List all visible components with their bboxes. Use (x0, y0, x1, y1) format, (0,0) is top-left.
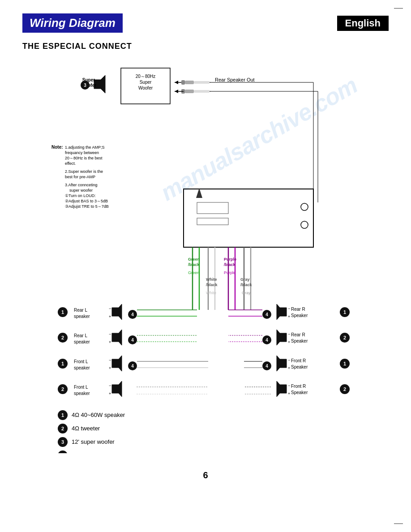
svg-text:2.Super woofer is the: 2.Super woofer is the (65, 169, 103, 174)
svg-text:2: 2 (343, 335, 346, 340)
svg-text:frequancy between: frequancy between (65, 150, 99, 155)
svg-text:+: + (288, 391, 290, 396)
svg-text:−: − (109, 358, 111, 362)
svg-text:②Adjust BAS to 3～5dB: ②Adjust BAS to 3～5dB (65, 199, 108, 203)
svg-text:12'  super woofer: 12' super woofer (72, 438, 115, 445)
svg-text:1: 1 (61, 309, 64, 315)
svg-text:Match for tweeter: Match for tweeter (72, 452, 117, 453)
svg-point-42 (301, 221, 308, 228)
svg-text:Speaker: Speaker (291, 390, 308, 395)
svg-text:Rear  R: Rear R (291, 332, 305, 337)
header-row: Wiring Diagram English (22, 13, 389, 33)
svg-text:20～80Hz: 20～80Hz (136, 74, 155, 79)
svg-text:3: 3 (84, 83, 86, 88)
svg-text:Front  R: Front R (291, 358, 306, 363)
svg-text:4: 4 (265, 338, 268, 343)
svg-text:/black: /black (240, 283, 253, 287)
svg-text:4Ω   tweeter: 4Ω tweeter (72, 425, 100, 432)
svg-text:1: 1 (61, 361, 64, 366)
svg-text:White: White (206, 291, 216, 295)
svg-text:Speaker: Speaker (291, 339, 308, 343)
svg-text:/black: /black (206, 283, 218, 287)
svg-text:4: 4 (265, 364, 268, 369)
svg-text:−: − (109, 306, 111, 311)
svg-text:Green: Green (188, 257, 200, 262)
svg-text:−: − (109, 332, 111, 336)
svg-text:+: + (288, 314, 290, 319)
svg-text:+: + (109, 366, 111, 370)
svg-text:Purple: Purple (224, 257, 236, 262)
svg-text:①Turn on LOUD:: ①Turn on LOUD: (65, 193, 96, 198)
svg-rect-13 (185, 81, 194, 84)
svg-text:speaker: speaker (74, 339, 90, 344)
svg-text:Speaker: Speaker (291, 313, 308, 318)
title-badge: Wiring Diagram (22, 13, 123, 33)
svg-text:+: + (288, 340, 290, 344)
svg-text:Super: Super (140, 80, 152, 85)
svg-text:3.After connceting: 3.After connceting (65, 183, 98, 187)
svg-text:−: − (109, 383, 111, 388)
svg-text:4: 4 (131, 338, 134, 343)
svg-text:Gray: Gray (240, 277, 250, 282)
svg-text:20～80Hz is the best: 20～80Hz is the best (65, 156, 103, 160)
svg-text:speaker: speaker (74, 391, 90, 396)
svg-marker-43 (196, 188, 202, 198)
english-badge: English (337, 16, 389, 31)
svg-text:+: + (109, 340, 111, 344)
svg-text:super woofer: super woofer (69, 188, 93, 193)
svg-text:2: 2 (61, 386, 64, 392)
svg-text:Front L: Front L (74, 385, 88, 390)
svg-text:2: 2 (343, 386, 346, 392)
svg-text:−: − (288, 332, 290, 336)
svg-rect-18 (194, 90, 210, 93)
svg-text:1: 1 (61, 412, 64, 418)
svg-text:Woofer: Woofer (138, 86, 153, 90)
diagram-area: 20～80Hz Super Woofer Super Woofer 3 (22, 59, 389, 462)
section-title: THE ESPECIAL CONNECT (22, 42, 389, 51)
svg-text:Speaker: Speaker (291, 365, 308, 369)
svg-marker-79 (112, 330, 122, 345)
page-number: 6 (22, 470, 389, 481)
svg-point-41 (301, 203, 308, 210)
svg-text:Gray: Gray (242, 291, 251, 295)
svg-text:Green: Green (188, 270, 199, 275)
svg-marker-68 (112, 304, 122, 320)
svg-text:+: + (288, 366, 290, 370)
svg-rect-40 (197, 218, 228, 225)
svg-marker-101 (112, 381, 122, 397)
svg-text:Rear  R: Rear R (291, 307, 305, 312)
svg-text:Purple: Purple (224, 270, 235, 275)
svg-marker-110 (277, 304, 287, 320)
corner-mark-top (394, 8, 403, 9)
rear-speaker-out-label: Rear Speaker Out (215, 77, 255, 82)
svg-text:Rear L: Rear L (74, 308, 87, 313)
svg-marker-132 (277, 356, 287, 371)
svg-text:Front L: Front L (74, 359, 88, 364)
svg-rect-39 (197, 202, 228, 214)
svg-marker-90 (112, 356, 122, 371)
svg-text:White: White (206, 277, 217, 282)
svg-marker-121 (277, 330, 287, 345)
svg-text:2: 2 (61, 426, 64, 431)
svg-text:Note:: Note: (51, 145, 63, 150)
svg-text:+: + (109, 391, 111, 396)
svg-marker-143 (277, 381, 287, 397)
svg-marker-10 (175, 81, 178, 84)
svg-text:2: 2 (61, 335, 64, 340)
svg-text:/black: /black (224, 262, 236, 267)
svg-text:4: 4 (131, 364, 134, 369)
svg-text:best for pre-AMP: best for pre-AMP (65, 175, 95, 179)
page-container: Wiring Diagram English THE ESPECIAL CONN… (0, 0, 411, 532)
svg-text:1: 1 (343, 361, 346, 366)
corner-mark-bottom (394, 523, 403, 524)
svg-rect-14 (194, 81, 210, 84)
svg-rect-17 (185, 90, 194, 93)
svg-text:Rear L: Rear L (74, 333, 87, 338)
svg-text:1: 1 (343, 309, 346, 315)
svg-text:4: 4 (265, 312, 268, 317)
svg-text:4: 4 (61, 453, 64, 453)
svg-text:4Ω  40~60W speaker: 4Ω 40~60W speaker (72, 412, 125, 418)
svg-text:4: 4 (131, 312, 134, 317)
wiring-diagram-svg: 20～80Hz Super Woofer Super Woofer 3 (22, 59, 390, 453)
svg-text:−: − (288, 306, 290, 311)
